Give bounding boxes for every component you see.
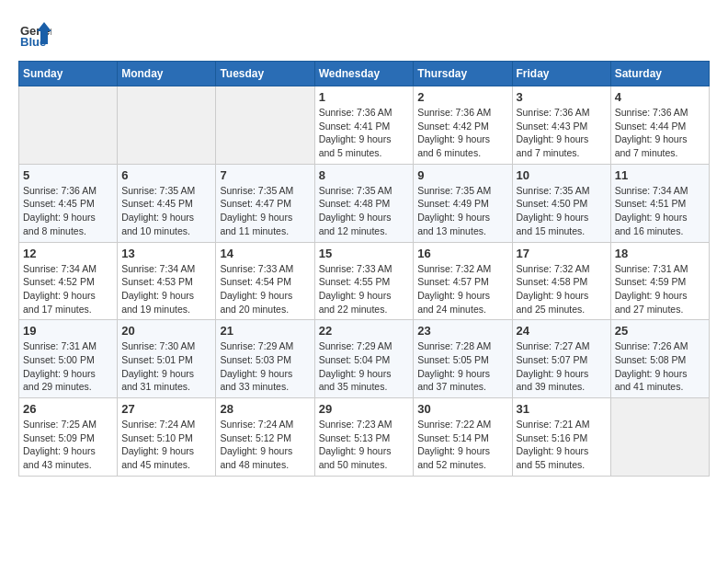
day-info: Sunrise: 7:36 AMSunset: 4:44 PMDaylight:… <box>615 106 705 160</box>
calendar-cell: 16Sunrise: 7:32 AMSunset: 4:57 PMDayligh… <box>414 242 512 320</box>
day-info: Sunrise: 7:28 AMSunset: 5:05 PMDaylight:… <box>417 339 507 394</box>
day-number: 27 <box>121 402 211 416</box>
calendar-cell: 9Sunrise: 7:35 AMSunset: 4:49 PMDaylight… <box>414 164 512 242</box>
day-info: Sunrise: 7:35 AMSunset: 4:45 PMDaylight:… <box>121 184 211 238</box>
calendar-cell: 26Sunrise: 7:25 AMSunset: 5:09 PMDayligh… <box>19 398 118 477</box>
day-info: Sunrise: 7:32 AMSunset: 4:57 PMDaylight:… <box>417 262 507 316</box>
day-number: 18 <box>615 247 705 260</box>
day-number: 30 <box>417 402 507 416</box>
calendar-cell: 2Sunrise: 7:36 AMSunset: 4:42 PMDaylight… <box>414 86 512 165</box>
calendar-cell: 11Sunrise: 7:34 AMSunset: 4:51 PMDayligh… <box>610 164 709 242</box>
day-info: Sunrise: 7:35 AMSunset: 4:48 PMDaylight:… <box>319 184 410 238</box>
day-number: 16 <box>417 247 507 260</box>
calendar-cell: 23Sunrise: 7:28 AMSunset: 5:05 PMDayligh… <box>414 320 512 398</box>
day-number: 8 <box>319 168 410 182</box>
calendar-cell <box>118 86 216 165</box>
day-info: Sunrise: 7:34 AMSunset: 4:53 PMDaylight:… <box>121 262 211 316</box>
day-info: Sunrise: 7:36 AMSunset: 4:45 PMDaylight:… <box>23 184 113 238</box>
calendar-cell: 3Sunrise: 7:36 AMSunset: 4:43 PMDaylight… <box>512 86 610 165</box>
day-info: Sunrise: 7:34 AMSunset: 4:51 PMDaylight:… <box>615 184 705 238</box>
day-number: 19 <box>23 324 113 338</box>
day-info: Sunrise: 7:22 AMSunset: 5:14 PMDaylight:… <box>417 418 507 472</box>
calendar-table: SundayMondayTuesdayWednesdayThursdayFrid… <box>18 61 710 477</box>
week-row-2: 12Sunrise: 7:34 AMSunset: 4:52 PMDayligh… <box>19 242 710 320</box>
day-number: 5 <box>23 168 113 182</box>
day-number: 22 <box>319 324 410 338</box>
day-info: Sunrise: 7:21 AMSunset: 5:16 PMDaylight:… <box>517 418 607 472</box>
day-number: 7 <box>220 168 310 182</box>
day-info: Sunrise: 7:31 AMSunset: 4:59 PMDaylight:… <box>615 262 705 316</box>
day-number: 21 <box>220 324 310 338</box>
day-info: Sunrise: 7:35 AMSunset: 4:47 PMDaylight:… <box>220 184 310 238</box>
calendar-cell: 24Sunrise: 7:27 AMSunset: 5:07 PMDayligh… <box>512 320 610 398</box>
day-header-thursday: Thursday <box>414 62 512 86</box>
day-info: Sunrise: 7:29 AMSunset: 5:03 PMDaylight:… <box>220 339 310 394</box>
calendar-cell: 18Sunrise: 7:31 AMSunset: 4:59 PMDayligh… <box>610 242 709 320</box>
day-info: Sunrise: 7:33 AMSunset: 4:55 PMDaylight:… <box>319 262 410 316</box>
calendar-cell: 29Sunrise: 7:23 AMSunset: 5:13 PMDayligh… <box>314 398 414 477</box>
day-number: 17 <box>517 247 607 260</box>
calendar-cell: 8Sunrise: 7:35 AMSunset: 4:48 PMDaylight… <box>314 164 414 242</box>
calendar-cell: 30Sunrise: 7:22 AMSunset: 5:14 PMDayligh… <box>414 398 512 477</box>
calendar-cell: 13Sunrise: 7:34 AMSunset: 4:53 PMDayligh… <box>118 242 216 320</box>
week-row-0: 1Sunrise: 7:36 AMSunset: 4:41 PMDaylight… <box>19 86 710 165</box>
calendar-cell: 6Sunrise: 7:35 AMSunset: 4:45 PMDaylight… <box>118 164 216 242</box>
calendar-cell: 1Sunrise: 7:36 AMSunset: 4:41 PMDaylight… <box>314 86 414 165</box>
day-number: 11 <box>615 168 705 182</box>
calendar-cell: 31Sunrise: 7:21 AMSunset: 5:16 PMDayligh… <box>512 398 610 477</box>
calendar-cell: 19Sunrise: 7:31 AMSunset: 5:00 PMDayligh… <box>19 320 118 398</box>
calendar-cell: 5Sunrise: 7:36 AMSunset: 4:45 PMDaylight… <box>19 164 118 242</box>
day-info: Sunrise: 7:33 AMSunset: 4:54 PMDaylight:… <box>220 262 310 316</box>
day-number: 2 <box>417 90 507 104</box>
day-number: 25 <box>615 324 705 338</box>
day-number: 29 <box>319 402 410 416</box>
day-info: Sunrise: 7:36 AMSunset: 4:41 PMDaylight:… <box>319 106 410 160</box>
day-info: Sunrise: 7:26 AMSunset: 5:08 PMDaylight:… <box>615 339 705 394</box>
day-info: Sunrise: 7:24 AMSunset: 5:10 PMDaylight:… <box>121 418 211 472</box>
day-header-tuesday: Tuesday <box>216 62 314 86</box>
day-info: Sunrise: 7:23 AMSunset: 5:13 PMDaylight:… <box>319 418 410 472</box>
day-number: 14 <box>220 247 310 260</box>
calendar-cell <box>610 398 709 477</box>
day-number: 24 <box>517 324 607 338</box>
day-number: 6 <box>121 168 211 182</box>
day-info: Sunrise: 7:35 AMSunset: 4:50 PMDaylight:… <box>517 184 607 238</box>
page-header: General Blue <box>18 18 710 52</box>
calendar-cell: 25Sunrise: 7:26 AMSunset: 5:08 PMDayligh… <box>610 320 709 398</box>
day-info: Sunrise: 7:27 AMSunset: 5:07 PMDaylight:… <box>517 339 607 394</box>
day-info: Sunrise: 7:31 AMSunset: 5:00 PMDaylight:… <box>23 339 113 394</box>
day-number: 9 <box>417 168 507 182</box>
week-row-3: 19Sunrise: 7:31 AMSunset: 5:00 PMDayligh… <box>19 320 710 398</box>
calendar-cell: 28Sunrise: 7:24 AMSunset: 5:12 PMDayligh… <box>216 398 314 477</box>
day-number: 20 <box>121 324 211 338</box>
day-header-sunday: Sunday <box>19 62 118 86</box>
calendar-cell: 20Sunrise: 7:30 AMSunset: 5:01 PMDayligh… <box>118 320 216 398</box>
calendar-cell <box>216 86 314 165</box>
day-number: 26 <box>23 402 113 416</box>
day-header-wednesday: Wednesday <box>314 62 414 86</box>
day-header-saturday: Saturday <box>610 62 709 86</box>
calendar-cell: 10Sunrise: 7:35 AMSunset: 4:50 PMDayligh… <box>512 164 610 242</box>
day-info: Sunrise: 7:32 AMSunset: 4:58 PMDaylight:… <box>517 262 607 316</box>
day-number: 23 <box>417 324 507 338</box>
day-header-friday: Friday <box>512 62 610 86</box>
day-info: Sunrise: 7:24 AMSunset: 5:12 PMDaylight:… <box>220 418 310 472</box>
logo-icon: General Blue <box>18 18 51 52</box>
calendar-cell: 12Sunrise: 7:34 AMSunset: 4:52 PMDayligh… <box>19 242 118 320</box>
calendar-cell: 17Sunrise: 7:32 AMSunset: 4:58 PMDayligh… <box>512 242 610 320</box>
calendar-cell: 15Sunrise: 7:33 AMSunset: 4:55 PMDayligh… <box>314 242 414 320</box>
day-info: Sunrise: 7:36 AMSunset: 4:42 PMDaylight:… <box>417 106 507 160</box>
calendar-cell: 22Sunrise: 7:29 AMSunset: 5:04 PMDayligh… <box>314 320 414 398</box>
day-info: Sunrise: 7:34 AMSunset: 4:52 PMDaylight:… <box>23 262 113 316</box>
calendar-cell: 14Sunrise: 7:33 AMSunset: 4:54 PMDayligh… <box>216 242 314 320</box>
day-number: 28 <box>220 402 310 416</box>
day-number: 3 <box>517 90 607 104</box>
day-number: 10 <box>517 168 607 182</box>
logo: General Blue <box>18 18 55 52</box>
day-number: 15 <box>319 247 410 260</box>
day-info: Sunrise: 7:25 AMSunset: 5:09 PMDaylight:… <box>23 418 113 472</box>
day-number: 1 <box>319 90 410 104</box>
day-number: 12 <box>23 247 113 260</box>
calendar-cell: 7Sunrise: 7:35 AMSunset: 4:47 PMDaylight… <box>216 164 314 242</box>
week-row-4: 26Sunrise: 7:25 AMSunset: 5:09 PMDayligh… <box>19 398 710 477</box>
